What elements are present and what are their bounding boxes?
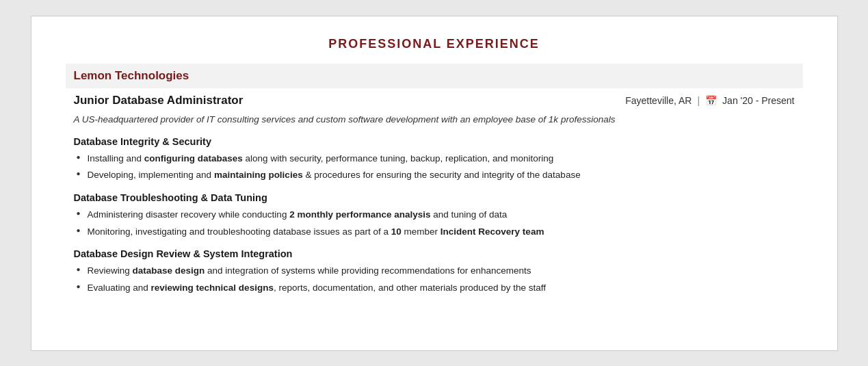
bullet-text-bold: 2 monthly performance analysis [289,209,430,220]
bullet-text-prefix: Installing and [88,153,144,164]
skill-group-troubleshooting: Database Troubleshooting & Data Tuning A… [66,192,803,239]
list-item: Evaluating and reviewing technical desig… [74,280,795,296]
skill-group-design: Database Design Review & System Integrat… [66,248,803,295]
pipe-divider: | [697,95,700,106]
job-header: Junior Database Administrator Fayettevil… [66,92,803,107]
bullet-text-suffix: , reports, documentation, and other mate… [274,283,546,293]
bullet-text-prefix: Reviewing [88,265,133,276]
company-bar: Lemon Technologies [66,64,803,88]
job-description: A US-headquartered provider of IT consul… [74,113,795,127]
calendar-icon: 📅 [705,95,717,106]
job-location-text: Fayetteville, AR [625,95,692,106]
bullet-text-suffix: along with security, performance tuning,… [243,153,554,164]
bullet-text-bold: maintaining policies [214,170,303,180]
section-title: PROFESSIONAL EXPERIENCE [66,37,803,51]
bullet-list-integrity: Installing and configuring databases alo… [74,151,795,183]
list-item: Installing and configuring databases alo… [74,151,795,166]
skill-group-title-integrity: Database Integrity & Security [74,136,795,147]
list-item: Reviewing database design and integratio… [74,263,795,278]
job-location-block: Fayetteville, AR | 📅 Jan '20 - Present [625,95,794,106]
bullet-text-bold: configuring databases [144,153,243,164]
list-item: Administering disaster recovery while co… [74,207,795,222]
job-dates: Jan '20 - Present [722,95,794,106]
bullet-text-prefix: Monitoring, investigating and troublesho… [88,226,391,237]
bullet-text-mid: member [402,226,440,237]
bullet-text-bold-team: Incident Recovery team [440,226,544,237]
bullet-text-suffix: and tuning of data [430,209,507,220]
resume-card: PROFESSIONAL EXPERIENCE Lemon Technologi… [31,16,838,351]
list-item: Developing, implementing and maintaining… [74,168,795,183]
bullet-text-suffix: and integration of systems while providi… [205,265,531,276]
skill-group-integrity: Database Integrity & Security Installing… [66,136,803,183]
bullet-text-bold: database design [133,265,205,276]
bullet-text-prefix: Administering disaster recovery while co… [88,209,290,220]
company-name: Lemon Technologies [74,69,189,82]
bullet-text-prefix: Developing, implementing and [88,170,214,180]
bullet-list-design: Reviewing database design and integratio… [74,263,795,295]
bullet-list-troubleshooting: Administering disaster recovery while co… [74,207,795,239]
skill-group-title-design: Database Design Review & System Integrat… [74,248,795,259]
bullet-text-bold-number: 10 [391,226,402,237]
bullet-text-prefix: Evaluating and [88,283,151,293]
bullet-text-suffix: & procedures for ensuring the security a… [303,170,581,180]
job-title: Junior Database Administrator [74,94,244,107]
skill-group-title-troubleshooting: Database Troubleshooting & Data Tuning [74,192,795,203]
list-item: Monitoring, investigating and troublesho… [74,224,795,239]
bullet-text-bold: reviewing technical designs [151,283,274,293]
